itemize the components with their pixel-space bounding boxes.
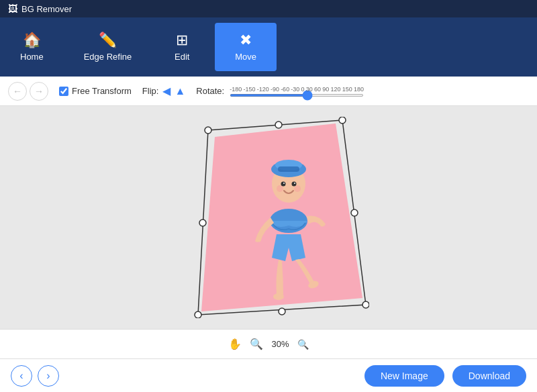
svg-point-22 — [199, 219, 206, 226]
rotate-slider[interactable] — [230, 94, 364, 97]
svg-point-21 — [279, 308, 285, 315]
action-bar: ‹ › New Image Download — [0, 358, 537, 392]
pan-icon[interactable]: ✋ — [228, 338, 242, 350]
zoom-out-icon[interactable]: 🔍 — [297, 339, 309, 350]
free-transform-checkbox[interactable] — [59, 87, 68, 96]
zoom-in-icon[interactable]: 🔍 — [250, 338, 263, 350]
app-icon: 🖼 — [8, 3, 17, 14]
toolbar-nav: ← → — [8, 82, 48, 101]
free-transform-label[interactable]: Free Transform — [59, 86, 132, 96]
move-icon: ✖ — [240, 33, 252, 48]
flip-section: Flip: ◀ ▲ — [142, 85, 185, 97]
svg-point-11 — [294, 183, 295, 184]
svg-point-13 — [294, 185, 301, 192]
svg-point-19 — [275, 121, 282, 128]
canvas-svg — [168, 117, 369, 318]
prev-button[interactable]: ‹ — [11, 365, 32, 387]
rotate-section: Rotate: -180 -150 -120 -90 -60 -30 0 30 … — [196, 86, 364, 97]
rotate-slider-wrap: -180 -150 -120 -90 -60 -30 0 30 60 90 12… — [230, 86, 364, 97]
svg-point-9 — [292, 182, 297, 187]
flip-vertical-button[interactable]: ▲ — [175, 85, 185, 97]
svg-point-20 — [351, 209, 358, 216]
undo-button[interactable]: ← — [8, 82, 27, 101]
zoom-level: 30% — [271, 339, 289, 349]
title-bar: 🖼 BG Remover — [0, 0, 537, 17]
svg-point-16 — [339, 117, 346, 124]
action-bar-nav: ‹ › — [11, 365, 59, 387]
free-transform-text: Free Transform — [72, 86, 132, 96]
next-button[interactable]: › — [38, 365, 59, 387]
nav-item-move[interactable]: ✖ Move — [215, 23, 277, 71]
edge-refine-icon: ✏️ — [99, 33, 117, 48]
new-image-button[interactable]: New Image — [364, 365, 444, 387]
nav-label-home: Home — [20, 52, 44, 62]
home-icon: 🏠 — [23, 33, 41, 48]
action-buttons: New Image Download — [364, 365, 526, 387]
svg-point-18 — [195, 311, 201, 318]
nav-item-home[interactable]: 🏠 Home — [0, 17, 64, 77]
svg-point-15 — [205, 127, 211, 134]
rotate-label: Rotate: — [196, 86, 224, 96]
flip-horizontal-button[interactable]: ◀ — [162, 85, 170, 97]
svg-point-12 — [277, 185, 283, 192]
nav-label-edge-refine: Edge Refine — [84, 52, 132, 62]
rotate-ticks: -180 -150 -120 -90 -60 -30 0 30 60 90 12… — [230, 86, 364, 93]
svg-point-8 — [281, 182, 286, 187]
download-button[interactable]: Download — [452, 365, 526, 387]
nav-label-move: Move — [235, 52, 256, 62]
svg-point-6 — [273, 293, 284, 300]
svg-point-10 — [283, 183, 285, 184]
flip-label: Flip: — [142, 86, 159, 96]
nav-bar: 🏠 Home ✏️ Edge Refine ⊞ Edit ✖ Move — [0, 17, 537, 77]
edit-icon: ⊞ — [176, 33, 188, 48]
canvas-area — [0, 106, 537, 329]
nav-item-edge-refine[interactable]: ✏️ Edge Refine — [64, 17, 152, 77]
zoom-bar: ✋ 🔍 30% 🔍 — [0, 329, 537, 358]
redo-button[interactable]: → — [30, 82, 48, 101]
svg-point-17 — [362, 301, 369, 308]
app-title: BG Remover — [21, 4, 72, 14]
nav-item-edit[interactable]: ⊞ Edit — [152, 17, 212, 77]
nav-label-edit: Edit — [175, 52, 189, 62]
toolbar: ← → Free Transform Flip: ◀ ▲ Rotate: -18… — [0, 77, 537, 106]
svg-rect-4 — [278, 166, 299, 172]
